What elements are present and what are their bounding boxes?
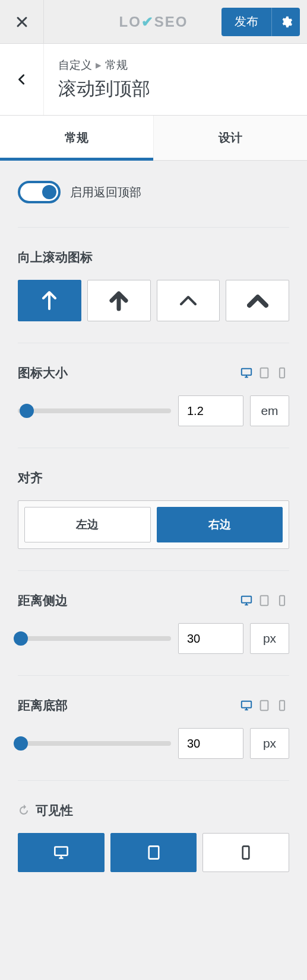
side-offset-input[interactable] <box>178 623 243 654</box>
publish-button[interactable]: 发布 <box>221 8 271 36</box>
side-offset-slider[interactable] <box>18 636 171 641</box>
device-tablet[interactable] <box>257 366 271 379</box>
bottom-offset-input[interactable] <box>178 728 243 759</box>
mobile-icon <box>276 700 289 711</box>
tab-design[interactable]: 设计 <box>154 116 307 160</box>
tab-general[interactable]: 常规 <box>0 116 154 160</box>
device-tablet[interactable] <box>257 699 271 712</box>
icon-option-chevron-bold[interactable] <box>226 280 289 321</box>
enable-toggle-label: 启用返回顶部 <box>70 184 141 200</box>
page-title: 滚动到顶部 <box>58 76 150 101</box>
visibility-tablet[interactable] <box>110 833 197 872</box>
align-right-option[interactable]: 右边 <box>157 507 283 542</box>
reset-icon[interactable] <box>18 805 30 816</box>
desktop-icon <box>240 595 253 606</box>
breadcrumb-parent: 自定义 <box>58 59 92 71</box>
device-tablet[interactable] <box>257 594 271 607</box>
visibility-title: 可见性 <box>36 802 73 819</box>
bottom-offset-title: 距离底部 <box>18 697 68 714</box>
device-mobile[interactable] <box>275 699 289 712</box>
desktop-icon <box>240 700 253 711</box>
mobile-icon <box>276 367 289 379</box>
bottom-offset-unit[interactable]: px <box>250 728 289 759</box>
enable-toggle[interactable] <box>18 181 61 203</box>
chevron-up-icon <box>178 290 199 311</box>
align-title: 对齐 <box>18 470 43 486</box>
device-mobile[interactable] <box>275 366 289 379</box>
visibility-desktop[interactable] <box>18 833 105 872</box>
gear-icon <box>280 15 293 28</box>
chevron-left-icon <box>15 73 29 86</box>
scroll-icon-title: 向上滚动图标 <box>18 249 93 266</box>
tablet-icon <box>258 700 271 711</box>
desktop-icon <box>53 845 69 860</box>
device-mobile[interactable] <box>275 594 289 607</box>
close-icon <box>15 15 29 29</box>
settings-button[interactable] <box>271 8 300 36</box>
visibility-mobile[interactable] <box>202 833 289 872</box>
align-left-option[interactable]: 左边 <box>24 507 151 542</box>
side-offset-title: 距离侧边 <box>18 592 68 609</box>
icon-size-title: 图标大小 <box>18 365 68 381</box>
arrow-up-icon <box>39 290 60 311</box>
icon-option-arrow-bold[interactable] <box>87 280 151 321</box>
close-button[interactable] <box>0 0 44 44</box>
arrow-up-bold-icon <box>108 290 129 311</box>
chevron-up-bold-icon <box>247 290 268 311</box>
breadcrumb: 自定义▸常规 <box>58 58 150 73</box>
icon-size-unit[interactable]: em <box>250 395 289 426</box>
icon-size-slider[interactable] <box>18 408 171 413</box>
side-offset-unit[interactable]: px <box>250 623 289 654</box>
logo-pre: LO <box>119 14 141 30</box>
device-desktop[interactable] <box>239 366 254 379</box>
logo-post: SEO <box>154 14 188 30</box>
mobile-icon <box>238 845 254 860</box>
desktop-icon <box>240 367 253 379</box>
tablet-icon <box>258 595 271 606</box>
icon-option-chevron-thin[interactable] <box>157 280 220 321</box>
logo-accent-icon: ✔ <box>141 14 154 30</box>
icon-size-input[interactable] <box>178 395 243 426</box>
logo: LO✔SEO <box>119 14 188 30</box>
device-desktop[interactable] <box>239 594 254 607</box>
back-button[interactable] <box>0 44 44 115</box>
breadcrumb-current: 常规 <box>105 59 128 71</box>
device-desktop[interactable] <box>239 699 254 712</box>
tablet-icon <box>145 845 162 860</box>
tablet-icon <box>258 367 271 379</box>
breadcrumb-sep-icon: ▸ <box>96 59 102 71</box>
icon-option-arrow-line[interactable] <box>18 280 81 321</box>
bottom-offset-slider[interactable] <box>18 741 171 746</box>
mobile-icon <box>276 595 289 606</box>
